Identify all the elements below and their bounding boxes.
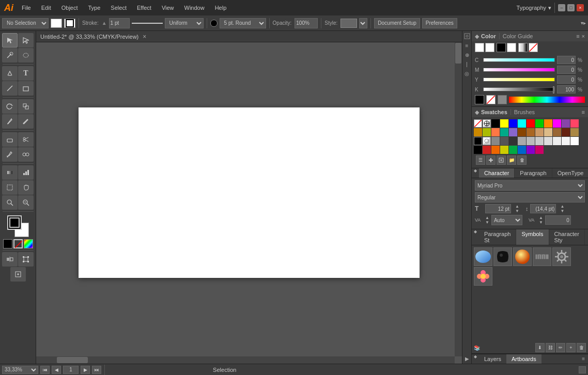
stroke-width-input[interactable] [109, 18, 130, 28]
fg-color-swatch[interactable] [475, 95, 484, 104]
paragraph-tab[interactable]: Paragraph [515, 168, 552, 178]
symbol-water[interactable] [474, 247, 492, 266]
black-slider[interactable] [483, 87, 555, 91]
layers-menu-icon[interactable]: ≡ [579, 354, 588, 364]
tracking-input[interactable] [545, 215, 571, 225]
swatch-purple[interactable] [562, 119, 570, 128]
registration-swatch[interactable] [483, 119, 491, 128]
symbol-ruler[interactable] [533, 247, 551, 266]
color-guide-tab[interactable]: Color Guide [503, 33, 533, 39]
swatch-teal[interactable] [500, 128, 508, 136]
foreground-color-box[interactable] [7, 215, 22, 230]
white-swatch[interactable] [507, 43, 516, 52]
gradient-tool-button[interactable] [2, 165, 18, 180]
swatch-lime[interactable] [483, 128, 491, 136]
swatch-c8[interactable] [535, 146, 544, 154]
scale-tool-button[interactable] [18, 99, 34, 114]
opacity-input[interactable] [295, 18, 318, 28]
zoom-out-tool-button[interactable] [18, 195, 34, 210]
prev-page-button[interactable]: ◀ [52, 366, 61, 374]
selection-dropdown[interactable]: No Selection [2, 18, 49, 28]
cyan-input[interactable] [557, 56, 576, 64]
character-styles-tab[interactable]: Character Sty [549, 229, 585, 245]
zoom-tool-button[interactable] [2, 195, 18, 210]
delete-symbol-btn[interactable]: 🗑 [577, 343, 586, 352]
document-close-button[interactable]: × [143, 33, 146, 40]
size-up[interactable]: ▲ [515, 204, 519, 209]
first-page-button[interactable]: ⏮ [40, 366, 50, 374]
style-dropdown[interactable] [359, 18, 367, 28]
swatch-orange[interactable] [544, 119, 552, 128]
menu-file[interactable]: File [18, 4, 35, 12]
artboard-tool-button[interactable] [2, 180, 18, 195]
magenta-input[interactable] [557, 66, 576, 74]
swatch-gray9[interactable] [562, 137, 570, 145]
menu-help[interactable]: Help [211, 4, 231, 12]
paintbrush-tool-button[interactable] [2, 114, 18, 129]
stroke-panel-button[interactable]: | [463, 60, 471, 68]
close-button[interactable]: × [577, 4, 584, 11]
menu-type[interactable]: Type [84, 4, 105, 12]
menu-view[interactable]: View [158, 4, 178, 12]
workspace-dropdown-icon[interactable]: ▾ [548, 5, 551, 11]
swatch-green[interactable] [535, 119, 544, 128]
cyan-slider[interactable] [483, 58, 555, 62]
zoom-select[interactable]: 33,33% [2, 366, 38, 374]
swatch-gray2[interactable] [500, 137, 508, 145]
stroke-color-indicator[interactable] [485, 43, 494, 52]
pen-tool-button[interactable] [2, 66, 18, 81]
paragraph-styles-tab[interactable]: Paragraph St [479, 229, 516, 245]
swatches-tab[interactable]: Swatches [481, 109, 507, 115]
swatch-sienna[interactable] [553, 128, 561, 136]
direct-selection-tool-button[interactable] [18, 33, 34, 48]
swatch-olive-gold[interactable] [570, 128, 579, 136]
size-down[interactable]: ▼ [515, 209, 519, 213]
expand-arrow[interactable]: ▶ [463, 354, 471, 363]
new-swatch-btn[interactable] [497, 155, 506, 165]
font-family-dropdown[interactable]: Myriad Pro [475, 180, 585, 191]
swatch-c2[interactable] [483, 146, 491, 154]
symbol-library-icon[interactable]: 📚 [474, 345, 480, 351]
swatch-beige[interactable] [535, 128, 544, 136]
eyedropper-tool-button[interactable] [2, 147, 18, 162]
free-transform-tool-button[interactable] [18, 252, 34, 267]
new-symbol-btn[interactable]: + [566, 343, 576, 352]
scissors-tool-button[interactable] [18, 132, 34, 147]
kerning-down[interactable]: ▼ [485, 220, 489, 225]
swatch-orange2[interactable] [491, 128, 500, 136]
swatch-c5[interactable] [509, 146, 517, 154]
color-panel-tab[interactable]: Color [481, 33, 496, 39]
magic-wand-tool-button[interactable] [2, 48, 18, 62]
swatch-blue[interactable] [509, 119, 517, 128]
leading-down[interactable]: ▼ [560, 209, 564, 213]
stroke-color-box[interactable] [64, 19, 75, 28]
swatch-black[interactable] [491, 119, 500, 128]
swatch-gray5[interactable] [527, 137, 535, 145]
eraser-tool-button[interactable] [2, 132, 18, 147]
swatch-cyan[interactable] [518, 119, 526, 128]
graph-tool-button[interactable] [18, 165, 34, 180]
brush-dropdown[interactable]: 5 pt. Round [220, 18, 266, 28]
stroke-mode-btn[interactable] [13, 239, 23, 248]
menu-edit[interactable]: Edit [37, 4, 55, 12]
swatch-gray7[interactable] [544, 137, 552, 145]
kerning-up[interactable]: ▲ [485, 215, 489, 220]
appearance-panel-button[interactable]: ◎ [463, 69, 471, 77]
tracking-up[interactable]: ▲ [539, 215, 543, 220]
blend-tool-button[interactable] [18, 147, 34, 162]
swatch-brown[interactable] [518, 128, 526, 136]
minimize-button[interactable]: – [558, 4, 565, 11]
folder-btn[interactable]: 📁 [507, 155, 516, 165]
font-size-input[interactable] [485, 204, 511, 213]
menu-object[interactable]: Object [57, 4, 82, 12]
shape-tool-button[interactable] [18, 81, 34, 96]
stroke-up-icon[interactable]: ▲ [102, 20, 107, 26]
artboards-tab[interactable]: Artboards [506, 354, 541, 364]
maximize-button[interactable]: □ [567, 4, 575, 11]
break-link-btn[interactable]: ⛓ [546, 343, 555, 352]
new-color-group-btn[interactable] [486, 155, 496, 165]
swatches-menu-icon[interactable]: ≡ [582, 109, 585, 115]
tracking-down[interactable]: ▼ [539, 220, 543, 225]
swatch-c6[interactable] [518, 146, 526, 154]
swatch-pink-red[interactable] [570, 119, 579, 128]
